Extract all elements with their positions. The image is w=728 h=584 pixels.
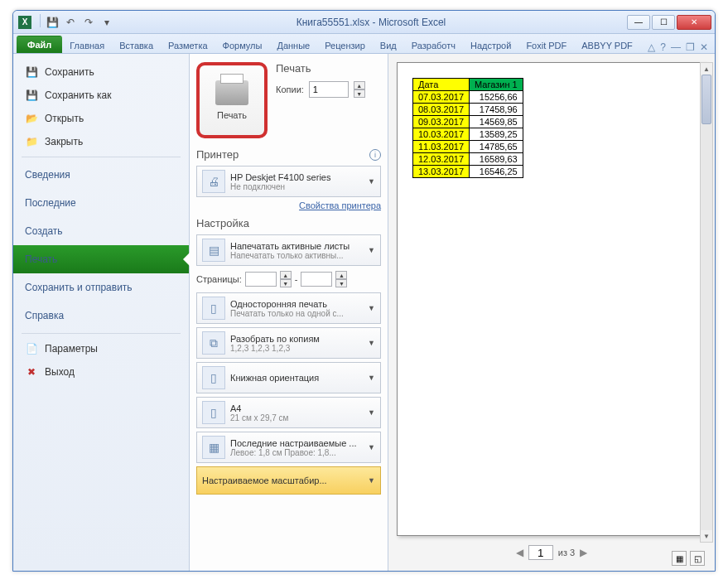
pages-from-input[interactable] <box>245 272 277 287</box>
tab-developer[interactable]: Разработч <box>404 37 463 53</box>
quick-access-toolbar: 💾 ↶ ↷ ▾ <box>38 14 115 31</box>
print-header: Печать <box>276 62 381 75</box>
tab-foxit[interactable]: Foxit PDF <box>518 37 574 53</box>
spin-up-icon[interactable]: ▲ <box>280 271 292 279</box>
spin-up-icon[interactable]: ▲ <box>335 271 347 279</box>
table-header-date: Дата <box>413 79 470 91</box>
table-row: 11.03.201714785,65 <box>413 141 523 153</box>
printer-info-icon[interactable]: i <box>369 149 381 161</box>
undo-icon[interactable]: ↶ <box>62 14 79 31</box>
chevron-down-icon: ▼ <box>368 246 375 254</box>
tab-home[interactable]: Главная <box>62 37 112 53</box>
setting-orientation[interactable]: ▯ Книжная ориентация ▼ <box>196 362 381 393</box>
page-number-input[interactable] <box>528 545 553 560</box>
table-row: 07.03.201715256,66 <box>413 91 523 104</box>
save-icon: 💾 <box>25 65 38 79</box>
nav-close[interactable]: 📁Закрыть <box>13 130 189 153</box>
page-total-label: из 3 <box>558 548 575 557</box>
tab-data[interactable]: Данные <box>269 37 317 53</box>
close-file-icon: 📁 <box>25 135 38 148</box>
settings-section-header: Настройка <box>196 217 249 229</box>
options-icon: 📄 <box>25 342 38 355</box>
tab-addins[interactable]: Надстрой <box>463 37 518 53</box>
redo-icon[interactable]: ↷ <box>80 14 97 31</box>
tab-view[interactable]: Вид <box>373 37 404 53</box>
nav-new[interactable]: Создать <box>13 217 189 245</box>
tab-review[interactable]: Рецензир <box>317 37 373 53</box>
page-icon: ▯ <box>202 297 225 320</box>
nav-recent[interactable]: Последние <box>13 189 189 217</box>
copies-down-icon[interactable]: ▼ <box>354 89 365 98</box>
scroll-up-icon[interactable]: ▲ <box>701 63 712 75</box>
copies-input[interactable] <box>309 81 349 98</box>
spin-down-icon[interactable]: ▼ <box>280 279 292 287</box>
nav-print[interactable]: Печать <box>13 245 189 273</box>
nav-open[interactable]: 📂Открыть <box>13 107 189 130</box>
tab-insert[interactable]: Вставка <box>112 37 161 53</box>
printer-selector[interactable]: 🖨 HP Deskjet F4100 series Не подключен ▼ <box>196 166 381 197</box>
pages-label: Страницы: <box>196 274 242 284</box>
preview-page: Дата Магазин 1 07.03.201715256,66 08.03.… <box>397 62 706 536</box>
excel-window: X 💾 ↶ ↷ ▾ Книга55551.xlsx - Microsoft Ex… <box>12 10 716 572</box>
scroll-down-icon[interactable]: ▼ <box>701 530 712 542</box>
show-margins-icon[interactable]: ▦ <box>672 551 687 566</box>
setting-collate[interactable]: ⧉ Разобрать по копиям1,2,3 1,2,3 1,2,3 ▼ <box>196 327 381 359</box>
nav-save-send[interactable]: Сохранить и отправить <box>13 273 189 302</box>
printer-properties-link[interactable]: Свойства принтера <box>196 200 381 210</box>
exit-icon: ✖ <box>25 365 38 379</box>
sheets-icon: ▤ <box>202 239 225 262</box>
maximize-button[interactable]: ☐ <box>652 15 675 30</box>
close-button[interactable]: ✕ <box>677 15 711 30</box>
print-preview-panel: Дата Магазин 1 07.03.201715256,66 08.03.… <box>388 54 715 571</box>
inner-close-icon[interactable]: ✕ <box>700 41 708 53</box>
nav-help[interactable]: Справка <box>13 302 189 330</box>
scroll-thumb[interactable] <box>701 75 711 124</box>
backstage-nav: 💾Сохранить 💾Сохранить как 📂Открыть 📁Закр… <box>13 54 190 571</box>
backstage-view: 💾Сохранить 💾Сохранить как 📂Открыть 📁Закр… <box>13 54 715 571</box>
inner-restore-icon[interactable]: ❐ <box>686 41 695 53</box>
chevron-down-icon: ▼ <box>368 177 375 186</box>
preview-scrollbar[interactable]: ▲ ▼ <box>700 62 713 543</box>
tab-layout[interactable]: Разметка <box>161 37 215 53</box>
print-button-label: Печать <box>217 110 247 120</box>
nav-save[interactable]: 💾Сохранить <box>13 60 189 84</box>
setting-print-active[interactable]: ▤ Напечатать активные листыНапечатать то… <box>196 234 381 266</box>
spin-down-icon[interactable]: ▼ <box>335 279 347 287</box>
ribbon-tabs: Файл Главная Вставка Разметка Формулы Да… <box>13 34 715 54</box>
open-icon: 📂 <box>25 112 38 125</box>
minimize-button[interactable]: — <box>627 15 650 30</box>
pages-to-input[interactable] <box>301 272 332 287</box>
preview-table: Дата Магазин 1 07.03.201715256,66 08.03.… <box>412 78 523 178</box>
setting-paper-size[interactable]: ▯ A421 см x 29,7 см ▼ <box>196 397 381 428</box>
setting-onesided[interactable]: ▯ Односторонняя печатьПечатать только на… <box>196 292 381 324</box>
chevron-down-icon: ▼ <box>368 476 375 485</box>
tab-formulas[interactable]: Формулы <box>215 37 270 53</box>
prev-page-icon[interactable]: ◀ <box>516 547 523 558</box>
nav-save-as[interactable]: 💾Сохранить как <box>13 84 189 107</box>
help-icon[interactable]: ? <box>660 41 666 53</box>
zoom-to-page-icon[interactable]: ◱ <box>690 551 705 566</box>
table-row: 10.03.201713589,25 <box>413 128 523 141</box>
nav-exit[interactable]: ✖Выход <box>13 360 189 384</box>
next-page-icon[interactable]: ▶ <box>580 547 587 558</box>
table-header-shop: Магазин 1 <box>470 79 523 91</box>
chevron-down-icon: ▼ <box>368 408 375 417</box>
preview-page-nav: ◀ из 3 ▶ <box>397 543 706 562</box>
tab-file[interactable]: Файл <box>17 36 62 53</box>
table-row: 12.03.201716589,63 <box>413 153 523 166</box>
qat-dropdown-icon[interactable]: ▾ <box>99 14 115 31</box>
print-button[interactable]: Печать <box>196 62 268 138</box>
chevron-down-icon: ▼ <box>368 443 375 451</box>
setting-margins[interactable]: ▦ Последние настраиваемые ...Левое: 1,8 … <box>196 432 381 463</box>
setting-scaling[interactable]: Настраиваемое масштабир... ▼ <box>196 466 381 495</box>
tab-abbyy[interactable]: ABBYY PDF <box>574 37 640 53</box>
save-icon[interactable]: 💾 <box>44 14 60 31</box>
chevron-down-icon: ▼ <box>368 339 375 347</box>
ribbon-minimize-icon[interactable]: △ <box>648 41 655 53</box>
copies-up-icon[interactable]: ▲ <box>354 81 365 89</box>
page-size-icon: ▯ <box>202 401 225 424</box>
nav-options[interactable]: 📄Параметры <box>13 337 189 360</box>
save-as-icon: 💾 <box>25 89 38 102</box>
inner-minimize-icon[interactable]: — <box>671 41 681 53</box>
nav-info[interactable]: Сведения <box>13 161 189 189</box>
